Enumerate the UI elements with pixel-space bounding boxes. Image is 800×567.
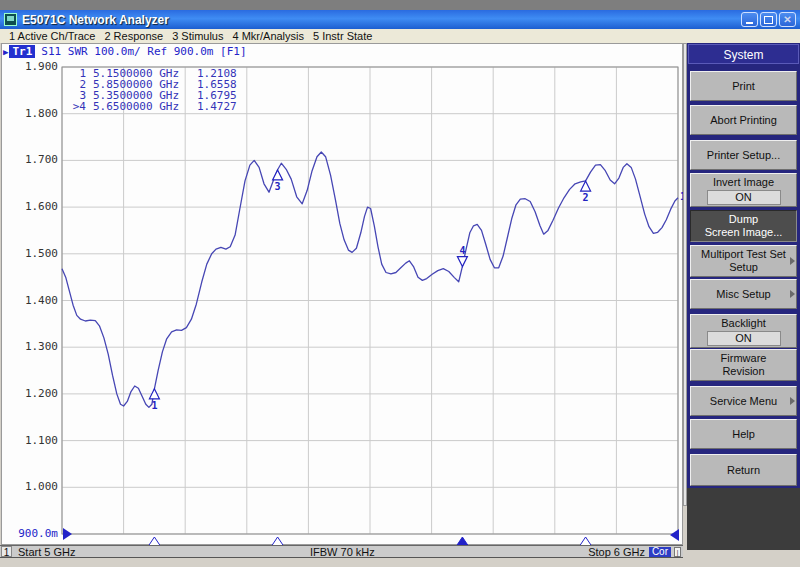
reference-level-label: 900.0m	[12, 527, 58, 540]
marker-frequency: 5.6500000 GHz	[93, 101, 197, 112]
marker-index: >4	[62, 101, 86, 112]
softkey-state-value: ON	[707, 190, 781, 205]
softkey-backlight[interactable]: Backlight ON	[690, 314, 797, 348]
softkey-label: Screen Image...	[705, 226, 783, 239]
y-axis-label: 1.000	[12, 480, 58, 493]
menu-mkr-analysis[interactable]: 4 Mkr/Analysis	[232, 30, 304, 42]
marker-number: 4	[459, 245, 465, 256]
softkey-label: Multiport Test Set	[701, 248, 786, 261]
softkey-panel-edge	[683, 43, 687, 506]
softkey-label: Setup	[729, 261, 758, 274]
status-bar: 1 Start 5 GHz IFBW 70 kHz Stop 6 GHz Cor…	[0, 545, 683, 558]
softkey-panel: System Print Abort Printing Printer Setu…	[683, 43, 800, 558]
menu-instr-state[interactable]: 5 Instr State	[313, 30, 372, 42]
softkey-state-value: ON	[707, 331, 781, 346]
marker-number: 2	[583, 192, 589, 203]
trace-format-text: S11 SWR 100.0m/ Ref 900.0m [F1]	[41, 45, 246, 58]
start-frequency-label: Start 5 GHz	[18, 546, 75, 558]
softkey-panel-footer	[687, 488, 800, 550]
submenu-arrow-icon	[790, 290, 795, 298]
softkey-label: Backlight	[721, 317, 766, 330]
softkey-menu-title: System	[688, 44, 799, 64]
marker-value: 1.4727	[197, 101, 247, 112]
analyzer-screen: E5071C Network Analyzer ✕ 1 Active Ch/Tr…	[0, 0, 800, 567]
softkey-invert-image[interactable]: Invert Image ON	[690, 173, 797, 207]
y-axis-label: 1.800	[12, 107, 58, 120]
y-axis-label: 1.900	[12, 60, 58, 73]
softkey-label: Printer Setup...	[707, 149, 780, 162]
close-button[interactable]: ✕	[779, 12, 796, 27]
softkey-multiport-test-set-setup[interactable]: Multiport Test Set Setup	[690, 245, 797, 277]
menu-response[interactable]: 2 Response	[104, 30, 163, 42]
status-grip: |	[674, 547, 681, 557]
softkey-help[interactable]: Help	[690, 419, 797, 449]
softkey-label: Help	[732, 428, 755, 441]
softkey-label: Abort Printing	[710, 114, 777, 127]
softkey-misc-setup[interactable]: Misc Setup	[690, 279, 797, 309]
y-axis-label: 1.300	[12, 340, 58, 353]
marker-number: 3	[275, 181, 281, 192]
trace-header: ▶ Tr1 S11 SWR 100.0m/ Ref 900.0m [F1]	[3, 45, 247, 58]
softkey-label: Firmware	[721, 352, 767, 365]
marker-row-active: >4 5.6500000 GHz 1.4727	[62, 101, 247, 112]
y-axis-label: 1.600	[12, 200, 58, 213]
correction-status-badge: Cor	[649, 547, 671, 557]
softkey-return[interactable]: Return	[690, 454, 797, 486]
stop-frequency-label: Stop 6 GHz	[588, 546, 645, 558]
channel-number-box: 1	[1, 546, 12, 557]
marker-glyph	[581, 181, 591, 191]
swr-trace-chart: 11234	[0, 43, 683, 549]
softkey-printer-setup[interactable]: Printer Setup...	[690, 140, 797, 170]
marker-readout-table: 1 5.1500000 GHz 1.2108 2 5.8500000 GHz 1…	[62, 68, 247, 112]
active-trace-arrow-icon: ▶	[3, 47, 8, 57]
app-icon	[4, 13, 17, 26]
softkey-print[interactable]: Print	[690, 71, 797, 101]
marker-number: 1	[151, 400, 157, 411]
submenu-arrow-icon	[790, 257, 795, 265]
marker-glyph	[273, 170, 283, 180]
menu-active-ch-trace[interactable]: 1 Active Ch/Trace	[9, 30, 95, 42]
ifbw-label: IFBW 70 kHz	[310, 546, 375, 558]
marker-glyph-active	[457, 257, 467, 267]
softkey-label: Print	[732, 80, 755, 93]
top-border-strip	[0, 0, 800, 10]
reference-level-icon	[63, 528, 72, 540]
softkey-label: Dump	[729, 213, 758, 226]
softkey-dump-screen-image[interactable]: Dump Screen Image...	[690, 210, 797, 242]
y-axis-label: 1.400	[12, 294, 58, 307]
y-axis-label: 1.200	[12, 387, 58, 400]
softkey-abort-printing[interactable]: Abort Printing	[690, 105, 797, 135]
menu-stimulus[interactable]: 3 Stimulus	[172, 30, 223, 42]
minimize-button[interactable]	[741, 12, 758, 27]
y-axis-label: 1.700	[12, 153, 58, 166]
submenu-arrow-icon	[790, 397, 795, 405]
trace-tag[interactable]: Tr1	[9, 45, 35, 58]
softkey-service-menu[interactable]: Service Menu	[690, 386, 797, 416]
y-axis-label: 1.500	[12, 247, 58, 260]
restore-button[interactable]	[760, 12, 777, 27]
softkey-label: Misc Setup	[716, 288, 770, 301]
softkey-label: Service Menu	[710, 395, 777, 408]
window-title: E5071C Network Analyzer	[22, 13, 169, 27]
y-axis-label: 1.100	[12, 434, 58, 447]
title-bar: E5071C Network Analyzer ✕	[0, 10, 800, 29]
right-edge-marker-icon	[670, 529, 679, 541]
softkey-label: Return	[727, 464, 760, 477]
menu-bar: 1 Active Ch/Trace 2 Response 3 Stimulus …	[0, 29, 800, 44]
softkey-label: Revision	[722, 365, 764, 378]
softkey-firmware-revision[interactable]: Firmware Revision	[690, 349, 797, 381]
softkey-label: Invert Image	[713, 176, 774, 189]
